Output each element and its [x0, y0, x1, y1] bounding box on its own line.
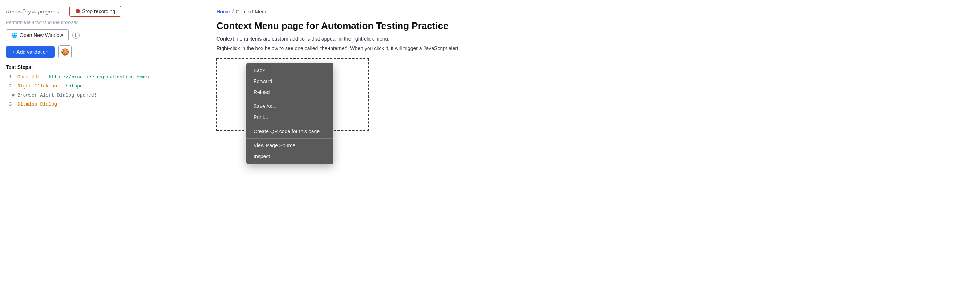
open-new-window-button[interactable]: 🌐 Open New Window — [6, 29, 68, 41]
actions-row: 🌐 Open New Window ℹ — [6, 29, 197, 41]
step-comment: # Browser Alert Dialog opened! — [6, 93, 197, 98]
breadcrumb-current: Context Menu — [236, 9, 267, 14]
step-comment-text: Browser Alert Dialog opened! — [18, 93, 97, 98]
info-icon[interactable]: ℹ — [72, 32, 80, 39]
step-3: 3. Dismiss Dialog — [6, 101, 197, 107]
recording-header: Recording in progress... Stop recording — [6, 6, 197, 17]
context-menu-separator-2 — [246, 124, 333, 125]
description-2: Right-click in the box below to see one … — [216, 45, 967, 51]
description-1: Context menu items are custom additions … — [216, 36, 967, 42]
breadcrumb-separator: / — [232, 9, 234, 14]
hotspot-box[interactable]: Back Forward Reload Save As... Print... … — [216, 59, 369, 131]
steps-list: 1. Open URL https://practice.expandtesti… — [6, 74, 197, 107]
open-window-label: Open New Window — [20, 32, 63, 38]
step-1-keyword: Open URL — [18, 74, 40, 80]
perform-text: Perform the actions in the browser. — [6, 20, 197, 25]
left-panel: Recording in progress... Stop recording … — [0, 0, 204, 291]
context-menu-item-save-as[interactable]: Save As... — [246, 101, 333, 112]
add-validation-label: + Add validation — [12, 49, 48, 55]
stop-recording-button[interactable]: Stop recording — [69, 6, 121, 17]
add-validation-button[interactable]: + Add validation — [6, 46, 55, 58]
breadcrumb-home-link[interactable]: Home — [216, 9, 230, 14]
step-comment-num: # — [6, 93, 14, 98]
validation-row: + Add validation 🍪 — [6, 45, 197, 59]
step-1: 1. Open URL https://practice.expandtesti… — [6, 74, 197, 80]
context-menu: Back Forward Reload Save As... Print... … — [246, 63, 333, 164]
step-2-value: hotspot — [66, 84, 86, 89]
page-title: Context Menu page for Automation Testing… — [216, 20, 967, 32]
step-2: 2. Right Click on hotspot — [6, 84, 197, 89]
record-dot-icon — [76, 9, 80, 13]
context-menu-item-inspect[interactable]: Inspect — [246, 151, 333, 162]
cookie-icon: 🍪 — [61, 48, 69, 56]
context-menu-item-back[interactable]: Back — [246, 65, 333, 76]
context-menu-item-forward[interactable]: Forward — [246, 76, 333, 87]
right-panel: Home / Context Menu Context Menu page fo… — [204, 0, 980, 291]
step-2-num: 2. — [6, 84, 14, 89]
breadcrumb: Home / Context Menu — [216, 9, 967, 14]
step-3-keyword: Dismiss Dialog — [18, 101, 57, 107]
context-menu-item-view-source[interactable]: View Page Source — [246, 140, 333, 151]
step-2-keyword: Right Click on — [18, 84, 57, 89]
context-menu-separator-1 — [246, 99, 333, 100]
stop-recording-label: Stop recording — [82, 8, 115, 14]
globe-icon: 🌐 — [11, 32, 18, 38]
recording-status-text: Recording in progress... — [6, 8, 64, 14]
test-steps-heading: Test Steps: — [6, 64, 197, 70]
step-1-value: https://practice.expandtesting.com/c — [49, 74, 151, 80]
cookie-button[interactable]: 🍪 — [59, 45, 72, 59]
context-menu-separator-3 — [246, 138, 333, 139]
step-3-num: 3. — [6, 101, 14, 107]
step-1-num: 1. — [6, 74, 14, 80]
context-menu-item-qr[interactable]: Create QR code for this page — [246, 126, 333, 137]
context-menu-item-print[interactable]: Print... — [246, 112, 333, 123]
context-menu-item-reload[interactable]: Reload — [246, 87, 333, 98]
